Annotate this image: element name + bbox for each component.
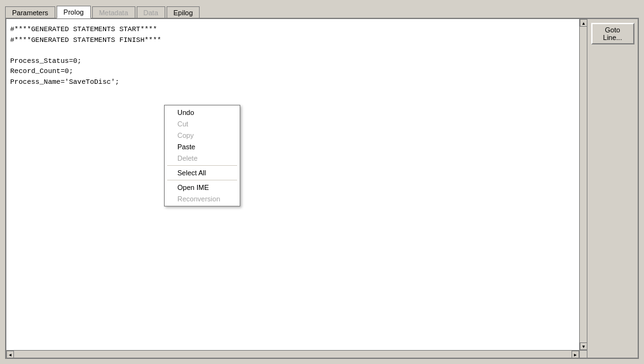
goto-line-button[interactable]: Goto Line... (591, 23, 634, 44)
tab-bar: ParametersPrologMetadataDataEpilog (5, 5, 639, 18)
vertical-scrollbar[interactable]: ▲ ▼ (579, 19, 587, 350)
menu-item-open_ime[interactable]: Open IME (165, 182, 240, 193)
context-menu: UndoCutCopyPasteDeleteSelect AllOpen IME… (164, 105, 240, 206)
main-area: #****GENERATED STATEMENTS START**** #***… (5, 18, 639, 359)
menu-item-cut: Cut (165, 118, 240, 130)
scroll-h-track[interactable] (14, 351, 572, 358)
menu-item-delete: Delete (165, 152, 240, 164)
menu-item-paste[interactable]: Paste (165, 141, 240, 152)
scroll-up-button[interactable]: ▲ (580, 19, 587, 27)
tab-epilog[interactable]: Epilog (167, 6, 200, 18)
scrollbar-corner (579, 350, 587, 358)
menu-separator-sep2 (167, 180, 237, 180)
editor-content[interactable]: #****GENERATED STATEMENTS START**** #***… (6, 19, 579, 350)
scroll-right-button[interactable]: ► (572, 351, 579, 358)
tab-data: Data (137, 6, 165, 18)
editor-area[interactable]: #****GENERATED STATEMENTS START**** #***… (6, 19, 587, 358)
menu-item-select_all[interactable]: Select All (165, 167, 240, 179)
scroll-left-button[interactable]: ◄ (6, 351, 14, 358)
menu-item-undo[interactable]: Undo (165, 107, 240, 118)
tab-parameters[interactable]: Parameters (5, 6, 55, 18)
horizontal-scrollbar[interactable]: ◄ ► (6, 350, 579, 358)
scroll-down-button[interactable]: ▼ (580, 342, 587, 350)
app-container: ParametersPrologMetadataDataEpilog #****… (0, 0, 644, 364)
scroll-v-track[interactable] (580, 27, 587, 342)
menu-item-reconversion: Reconversion (165, 193, 240, 205)
menu-separator-sep1 (167, 165, 237, 166)
menu-item-copy: Copy (165, 130, 240, 141)
tab-metadata: Metadata (92, 6, 135, 18)
right-panel: Goto Line... (587, 19, 638, 358)
tab-prolog[interactable]: Prolog (57, 6, 91, 18)
